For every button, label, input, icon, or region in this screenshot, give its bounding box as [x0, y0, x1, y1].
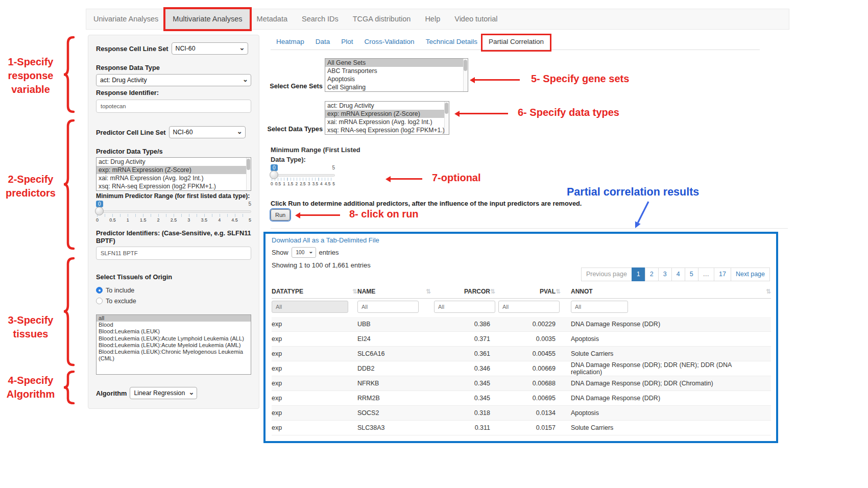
list-option[interactable]: Blood	[97, 322, 251, 328]
nav-tcga-distribution[interactable]: TCGA distribution	[346, 9, 418, 29]
data-types-listbox: act: Drug Activity exp: mRNA Expression …	[325, 101, 449, 135]
tab-technical-details[interactable]: Technical Details	[420, 36, 483, 50]
scrollbar[interactable]	[463, 59, 468, 91]
annotation-step2: 2-Specifypredictors	[2, 173, 59, 200]
download-all-link[interactable]: Download All as a Tab-Delimited File	[272, 236, 379, 244]
arrow-left-icon	[475, 79, 520, 81]
page: Univariate Analyses Multivariate Analyse…	[0, 0, 868, 488]
run-button[interactable]: Run	[271, 209, 290, 221]
col-header-parcor[interactable]: PARCOR	[434, 288, 490, 295]
annotation-step4: 4-SpecifyAlgorithm	[2, 374, 59, 401]
list-option[interactable]: Blood:Leukemia (LEUK):Chronic Myelogenou…	[97, 349, 251, 362]
next-page-button[interactable]: Next page	[731, 267, 770, 281]
nav-metadata[interactable]: Metadata	[250, 9, 295, 29]
input-sidebar: Response Cell Line Set NCI-60 ⌄ Response…	[88, 35, 259, 409]
col-header-pval[interactable]: PVAL	[498, 288, 556, 295]
slider-handle[interactable]	[270, 170, 278, 179]
page-button-5[interactable]: 5	[685, 267, 698, 281]
list-option[interactable]: Blood:Leukemia (LEUK):Acute Lymphoid Leu…	[97, 335, 251, 342]
nav-help[interactable]: Help	[418, 9, 447, 29]
page-size-select[interactable]: 100 ⌄	[292, 247, 316, 258]
list-option[interactable]: act: Drug Activity	[97, 158, 251, 166]
algorithm-select[interactable]: Linear Regression ⌄	[130, 387, 197, 399]
sort-icon[interactable]: ⇅	[490, 288, 498, 295]
list-option-selected[interactable]: All Gene Sets	[325, 59, 468, 67]
page-button-3[interactable]: 3	[658, 267, 672, 281]
col-header-annot[interactable]: ANNOT	[571, 288, 760, 295]
page-button-2[interactable]: 2	[645, 267, 659, 281]
response-data-type-select[interactable]: act: Drug Activity ⌄	[96, 74, 251, 86]
scrollbar-thumb[interactable]	[445, 103, 448, 114]
tab-partial-correlation[interactable]: Partial Correlation	[483, 36, 549, 50]
list-option[interactable]: act: Drug Activity	[325, 102, 449, 110]
partial-correlation-results-panel: Download All as a Tab-Delimited File Sho…	[263, 232, 778, 443]
page-ellipsis: …	[698, 267, 715, 281]
top-navbar: Univariate Analyses Multivariate Analyse…	[86, 9, 789, 30]
list-option-selected[interactable]: exp: mRNA Expression (Z-Score)	[97, 166, 251, 174]
predictor-cell-line-select[interactable]: NCI-60 ⌄	[169, 126, 246, 138]
nav-multivariate-analyses[interactable]: Multivariate Analyses	[165, 9, 249, 29]
page-button-1[interactable]: 1	[632, 267, 645, 281]
scrollbar[interactable]	[444, 102, 449, 134]
nav-video-tutorial[interactable]: Video tutorial	[447, 9, 504, 29]
chevron-down-icon: ⌄	[189, 387, 195, 398]
arrow-left-icon	[391, 178, 422, 180]
arrow-down-left-icon	[630, 200, 653, 230]
list-option[interactable]: Blood:Leukemia (LEUK)	[97, 328, 251, 335]
slider-max-label: 5	[332, 165, 335, 170]
list-option[interactable]: ABC Transporters	[325, 67, 468, 75]
tab-plot[interactable]: Plot	[335, 36, 358, 50]
tissue-include-radio[interactable]: To include	[96, 285, 251, 296]
brace-step3	[63, 257, 76, 367]
entries-label: entries	[319, 249, 339, 256]
previous-page-button[interactable]: Previous page	[581, 267, 632, 281]
list-option-selected[interactable]: exp: mRNA Expression (Z-Score)	[325, 110, 449, 118]
scrollbar[interactable]	[246, 158, 251, 190]
nav-search-ids[interactable]: Search IDs	[295, 9, 346, 29]
slider-max-label: 5	[248, 201, 251, 207]
min-range-label: Minimum Range (First Listed Data Type):	[271, 145, 360, 164]
filter-pval-input[interactable]	[498, 301, 560, 313]
table-body: exp UBB 0.386 0.00229 DNA Damage Respons…	[272, 317, 771, 435]
filter-datatype-input[interactable]	[272, 301, 348, 313]
filter-name-input[interactable]	[357, 301, 419, 313]
page-button-4[interactable]: 4	[671, 267, 685, 281]
list-option[interactable]: xai: mRNA Expression (Avg. log2 Int.)	[325, 118, 449, 126]
list-option-selected[interactable]: all	[97, 315, 251, 322]
filter-parcor-input[interactable]	[434, 301, 495, 313]
nav-univariate-analyses[interactable]: Univariate Analyses	[86, 9, 165, 29]
sort-icon[interactable]: ⇅	[352, 288, 357, 295]
sort-icon[interactable]: ⇅	[426, 288, 431, 295]
list-option[interactable]: xsq: RNA-seq Expression (log2 FPKM+1.)	[325, 126, 449, 134]
scrollbar-thumb[interactable]	[464, 60, 467, 71]
tab-heatmap[interactable]: Heatmap	[271, 36, 310, 50]
list-option[interactable]: Cell Signaling	[325, 83, 468, 91]
slider-handle[interactable]	[95, 207, 104, 215]
predictor-identifiers-input[interactable]	[96, 247, 251, 260]
scrollbar-thumb[interactable]	[247, 159, 250, 170]
chevron-down-icon: ⌄	[237, 126, 243, 137]
response-identifier-input[interactable]	[96, 100, 251, 113]
tab-cross-validation[interactable]: Cross-Validation	[359, 36, 420, 50]
tissue-exclude-radio[interactable]: To exclude	[96, 296, 251, 306]
list-option[interactable]: Apoptosis	[325, 75, 468, 83]
pagination: Previous page 1 2 3 4 5 … 17 Next page	[582, 267, 770, 281]
col-header-datatype[interactable]: DATATYPE	[272, 288, 303, 295]
list-option[interactable]: xsq: RNA-seq Expression (log2 FPKM+1.)	[97, 182, 251, 190]
filter-annot-input[interactable]	[571, 301, 628, 313]
slider-track[interactable]	[271, 174, 335, 177]
col-header-name[interactable]: NAME	[357, 288, 375, 295]
response-cell-line-select[interactable]: NCI-60 ⌄	[172, 42, 248, 55]
slider-track[interactable]	[96, 210, 251, 213]
slider-tick-labels: 00.5 11.5 22.5 33.5 44.5 5	[96, 217, 251, 223]
sort-icon[interactable]: ⇅	[760, 288, 771, 295]
list-option[interactable]: Blood:Leukemia (LEUK):Acute Myeloid Leuk…	[97, 342, 251, 349]
tab-data[interactable]: Data	[310, 36, 336, 50]
results-table: DATATYPE ⇅ NAME ⇅ PARCOR ⇅ PVAL ⇅ ANNOT …	[272, 285, 771, 435]
page-button-17[interactable]: 17	[714, 267, 731, 281]
gene-sets-listbox: All Gene Sets ABC Transporters Apoptosis…	[325, 58, 468, 92]
annotation-step3: 3-Specifytissues	[2, 313, 59, 341]
min-predictor-range-label: Minimum Predictor Range (for first liste…	[96, 192, 251, 200]
list-option[interactable]: xai: mRNA Expression (Avg. log2 Int.)	[97, 174, 251, 182]
sort-icon[interactable]: ⇅	[556, 288, 564, 295]
